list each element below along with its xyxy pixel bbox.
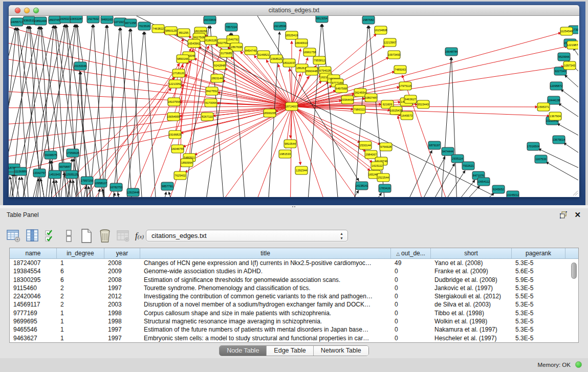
- column-header-out_de[interactable]: △out_de...: [391, 248, 431, 258]
- graph-node[interactable]: 1890994: [181, 159, 193, 167]
- column-header-in_degree[interactable]: in_degree: [57, 248, 104, 258]
- graph-node[interactable]: 16648784: [445, 48, 458, 56]
- graph-node[interactable]: 8186328: [205, 36, 217, 45]
- graph-node[interactable]: 19166825: [169, 130, 182, 139]
- graph-node[interactable]: 2718120: [172, 69, 185, 77]
- table-row[interactable]: 1830029562008Estimation of significance …: [10, 276, 578, 284]
- graph-node[interactable]: 18300295: [264, 109, 276, 117]
- graph-node[interactable]: 17359928: [67, 149, 79, 157]
- graph-node[interactable]: 7857224: [225, 23, 237, 31]
- column-visibility-icon[interactable]: [25, 228, 40, 244]
- table-row[interactable]: 1938455462009Genome-wide association stu…: [10, 267, 578, 275]
- graph-node[interactable]: 3175685: [220, 49, 232, 57]
- graph-node[interactable]: 11156889: [14, 167, 27, 176]
- graph-node[interactable]: 1367904: [549, 112, 561, 120]
- table-row[interactable]: 977716911998Corpus callosum shape and si…: [10, 309, 578, 317]
- graph-node[interactable]: 9146821: [257, 51, 270, 59]
- graph-node[interactable]: 7955812: [313, 56, 325, 64]
- graph-node[interactable]: 9756928: [380, 143, 392, 151]
- graph-node[interactable]: 9857791: [161, 182, 173, 190]
- graph-node[interactable]: 1546792: [227, 35, 239, 43]
- graph-node[interactable]: 9360510: [23, 16, 35, 25]
- graph-node[interactable]: 16154808: [375, 26, 387, 34]
- column-header-pagerank[interactable]: pagerank: [512, 248, 565, 258]
- graph-node[interactable]: 12213352: [169, 80, 182, 88]
- float-panel-icon[interactable]: [559, 211, 568, 219]
- vertical-scrollbar[interactable]: [571, 262, 577, 339]
- graph-node[interactable]: 16961758: [303, 48, 316, 56]
- graph-node[interactable]: 13342757: [33, 169, 46, 177]
- graph-node[interactable]: 16046755: [171, 145, 184, 153]
- graph-node[interactable]: 7986322: [353, 105, 365, 114]
- graph-node[interactable]: 9463627: [404, 95, 417, 103]
- graph-node[interactable]: 2803144: [211, 74, 223, 82]
- canvas-resize-grip[interactable]: [572, 190, 578, 196]
- graph-node[interactable]: 10654112: [477, 178, 490, 186]
- graph-node[interactable]: 8813054: [316, 16, 328, 23]
- graph-node[interactable]: 8454749: [245, 47, 257, 55]
- graph-node[interactable]: 3624554: [354, 89, 366, 97]
- graph-node[interactable]: 8990448: [306, 67, 318, 75]
- row-height-icon[interactable]: [61, 228, 77, 244]
- graph-node[interactable]: 1451943: [49, 170, 61, 179]
- graph-node[interactable]: 12923448: [127, 188, 140, 196]
- table-row[interactable]: 946554611997Estimation of the future num…: [10, 325, 578, 334]
- graph-node[interactable]: 10653287: [70, 16, 83, 23]
- graph-node[interactable]: 18107554: [168, 98, 181, 106]
- graph-node[interactable]: 8267110: [201, 113, 213, 121]
- graph-node[interactable]: 18724007: [286, 102, 298, 111]
- table-row[interactable]: 946362711997Embryonic stem cells: a mode…: [10, 334, 578, 342]
- graph-node[interactable]: 9466163: [101, 16, 113, 24]
- network-graph[interactable]: 1405571793605102089140618937459160532371…: [9, 16, 578, 197]
- graph-node[interactable]: 20153346: [74, 62, 87, 70]
- graph-node[interactable]: 7932621: [462, 162, 474, 170]
- graph-node[interactable]: 9515443: [417, 100, 429, 108]
- graph-node[interactable]: 9242848: [213, 61, 226, 70]
- graph-node[interactable]: 1527602: [87, 16, 99, 23]
- graph-node[interactable]: 18325419: [286, 31, 298, 39]
- graph-node[interactable]: 13679014: [553, 136, 565, 144]
- graph-node[interactable]: 17016504: [527, 142, 540, 150]
- graph-node[interactable]: 14138141: [356, 182, 368, 190]
- column-header-short[interactable]: short: [431, 248, 512, 258]
- graph-node[interactable]: 16543962: [188, 39, 201, 48]
- graph-node[interactable]: 1595371: [537, 103, 550, 111]
- graph-node[interactable]: 2935114: [451, 155, 464, 163]
- window-titlebar[interactable]: citations_edges.txt: [9, 5, 579, 16]
- graph-node[interactable]: 10958107: [95, 179, 107, 187]
- graph-node[interactable]: 8427552: [206, 87, 218, 95]
- graph-node[interactable]: 1649573: [401, 112, 413, 120]
- column-header-title[interactable]: title: [140, 248, 391, 258]
- column-header-name[interactable]: name: [10, 248, 57, 258]
- row-selection-icon[interactable]: [44, 228, 59, 244]
- graph-node[interactable]: 10807487: [365, 94, 378, 102]
- graph-node[interactable]: 20206575: [45, 151, 57, 159]
- graph-node[interactable]: 7615526: [138, 22, 150, 30]
- graph-node[interactable]: 9860129: [165, 27, 177, 35]
- graph-node[interactable]: 2522544: [377, 173, 389, 182]
- graph-node[interactable]: 1292344: [295, 166, 308, 174]
- network-canvas[interactable]: 1405571793605102089140618937459160532371…: [9, 16, 579, 197]
- graph-node[interactable]: 16033809: [204, 16, 216, 24]
- graph-node[interactable]: 10245012: [507, 191, 519, 197]
- graph-node[interactable]: 1981533: [279, 150, 291, 158]
- graph-node[interactable]: 10973493: [388, 51, 401, 59]
- table-row[interactable]: 1872400712008Changes of HCN gene express…: [10, 259, 578, 267]
- graph-node[interactable]: 20364436: [341, 96, 354, 104]
- table-row[interactable]: 1456911722003Disruption of a novel membe…: [10, 300, 578, 309]
- graph-node[interactable]: 19054955: [167, 113, 180, 121]
- tab-network-table[interactable]: Network Table: [314, 346, 368, 356]
- graph-node[interactable]: 9474444: [442, 147, 454, 156]
- graph-node[interactable]: 1783426: [379, 184, 391, 192]
- tab-node-table[interactable]: Node Table: [220, 346, 267, 356]
- graph-node[interactable]: 12219878: [567, 41, 578, 49]
- close-panel-icon[interactable]: ✕: [574, 210, 581, 220]
- graph-node[interactable]: 14055717: [11, 18, 24, 26]
- graph-node[interactable]: 4170064: [205, 99, 217, 107]
- column-header-year[interactable]: year: [104, 248, 140, 258]
- graph-node[interactable]: 1097343: [563, 61, 576, 70]
- graph-node[interactable]: 9529966: [558, 53, 570, 61]
- table-row[interactable]: 911546021997Tourette syndrome. Phenomeno…: [10, 284, 578, 292]
- graph-node[interactable]: 9245652: [492, 185, 505, 193]
- table-settings-icon[interactable]: [6, 228, 21, 244]
